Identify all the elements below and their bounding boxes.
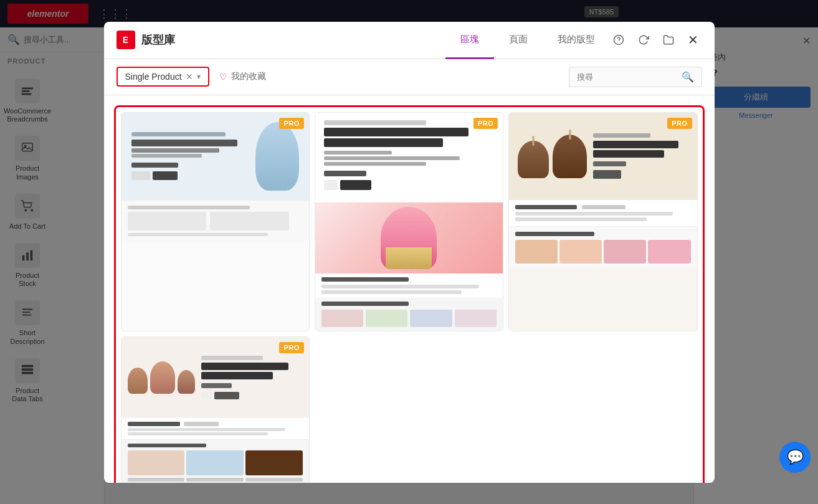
template-grid: PRO <box>114 105 705 483</box>
search-bar-templates[interactable]: 🔍 <box>569 67 702 87</box>
template-search-input[interactable] <box>577 72 677 82</box>
pro-badge-2: PRO <box>473 118 498 129</box>
template-card-dark-chocolate[interactable]: PRO <box>508 112 697 331</box>
filter-bar: Single Product ✕ ▾ ♡ 我的收藏 🔍 <box>104 59 715 95</box>
filter-tag-single-product[interactable]: Single Product ✕ ▾ <box>117 67 209 87</box>
modal-tabs: 區塊 頁面 我的版型 <box>445 22 610 59</box>
pro-badge-1: PRO <box>279 118 303 129</box>
modal-header: E 版型庫 區塊 頁面 我的版型 ✕ <box>104 22 715 59</box>
filter-tag-label: Single Product <box>125 72 182 82</box>
template-card-sugary-sunrise[interactable]: PRO <box>315 112 503 331</box>
search-templates-icon: 🔍 <box>682 71 694 83</box>
chat-icon: 💬 <box>787 449 804 465</box>
favorites-label: 我的收藏 <box>231 71 266 82</box>
modal-logo: E <box>117 31 135 49</box>
modal-title: 版型庫 <box>141 32 421 47</box>
tab-pages[interactable]: 頁面 <box>494 22 543 59</box>
help-icon[interactable] <box>610 31 627 49</box>
pro-badge-3: PRO <box>667 118 692 129</box>
filter-clear-icon[interactable]: ✕ <box>186 72 193 82</box>
folder-icon[interactable] <box>660 31 677 49</box>
tab-my-templates[interactable]: 我的版型 <box>543 22 610 59</box>
tab-blocks[interactable]: 區塊 <box>445 22 494 59</box>
template-card-wedding-cake[interactable]: PRO <box>121 112 310 331</box>
template-area: PRO <box>104 95 715 483</box>
modal-close-button[interactable]: ✕ <box>685 31 702 49</box>
chat-bubble[interactable]: 💬 <box>779 442 811 473</box>
template-card-mocha-creme[interactable]: PRO <box>121 336 310 483</box>
modal-logo-icon: E <box>123 35 128 45</box>
heart-icon: ♡ <box>219 72 227 82</box>
pro-badge-4: PRO <box>279 342 303 353</box>
filter-arrow-icon[interactable]: ▾ <box>197 72 201 81</box>
template-library-modal: E 版型庫 區塊 頁面 我的版型 ✕ <box>104 22 715 483</box>
filter-favorites[interactable]: ♡ 我的收藏 <box>219 71 266 82</box>
modal-header-actions: ✕ <box>610 31 702 49</box>
modal-left-content: Single Product ✕ ▾ ♡ 我的收藏 🔍 PRO <box>104 59 715 483</box>
refresh-icon[interactable] <box>635 31 652 49</box>
